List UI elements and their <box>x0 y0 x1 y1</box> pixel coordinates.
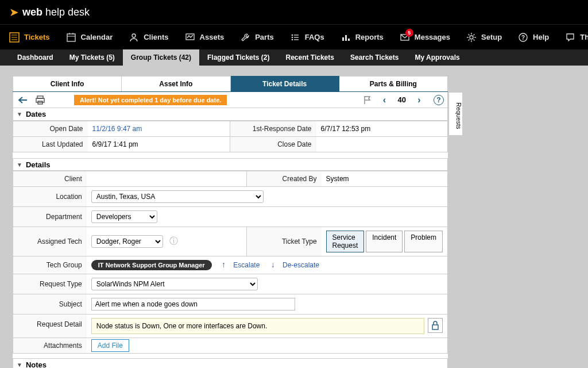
toolbar: Alert! Not yet completed 1 day before du… <box>13 92 448 108</box>
escalate-link[interactable]: Escalate <box>233 261 260 269</box>
nav-reports[interactable]: Reports <box>341 32 384 43</box>
section-notes-label: Notes <box>26 361 47 369</box>
location-cell: Austin, Texas, USA <box>87 187 448 207</box>
ticket-type-problem[interactable]: Problem <box>404 231 443 252</box>
prev-button[interactable]: ‹ <box>378 94 391 106</box>
client-value <box>87 171 247 187</box>
help-icon: ? <box>518 32 528 43</box>
subnav-group-tickets[interactable]: Group Tickets (42) <box>123 49 199 66</box>
subnav-recent[interactable]: Recent Tickets <box>277 49 342 66</box>
ticket-type-incident[interactable]: Incident <box>366 231 403 252</box>
subnav-approvals[interactable]: My Approvals <box>407 49 467 66</box>
twisty-icon: ▼ <box>17 362 22 368</box>
svg-text:?: ? <box>521 34 525 41</box>
print-button[interactable] <box>34 94 47 106</box>
detail-tabs: Client Info Asset Info Ticket Details Pa… <box>13 76 448 92</box>
svg-point-10 <box>291 34 293 36</box>
subnav-flagged[interactable]: Flagged Tickets (2) <box>199 49 277 66</box>
requests-side-tab[interactable]: Requests <box>449 92 463 136</box>
svg-rect-32 <box>36 98 44 102</box>
request-type-select[interactable]: SolarWinds NPM Alert <box>91 278 258 290</box>
ticket-type-service-request[interactable]: Service Request <box>326 231 365 252</box>
lock-button[interactable] <box>428 318 443 333</box>
nav-thwack[interactable]: Thwack <box>565 32 588 43</box>
brand-bar: ➤ web help desk <box>0 0 588 24</box>
section-dates-header[interactable]: ▼Dates <box>13 108 448 121</box>
arrow-down-icon: ↓ <box>271 260 275 269</box>
subject-cell <box>87 294 448 315</box>
open-date-label: Open Date <box>13 121 88 137</box>
nav-calendar[interactable]: Calendar <box>66 32 113 43</box>
logo-arrow-icon: ➤ <box>9 5 19 19</box>
twisty-icon: ▼ <box>17 111 22 117</box>
add-file-button[interactable]: Add File <box>91 339 129 352</box>
department-select[interactable]: Developers <box>91 210 157 223</box>
tab-ticket-details[interactable]: Ticket Details <box>231 76 339 91</box>
bars-icon <box>341 32 351 43</box>
arrow-up-icon: ↑ <box>222 260 226 269</box>
assigned-tech-select[interactable]: Dodger, Roger <box>91 235 163 248</box>
nav-help[interactable]: ? Help <box>518 32 549 43</box>
details-table: Client Created By System Location Austin… <box>13 171 448 354</box>
svg-point-11 <box>291 36 293 38</box>
nav-messages-label: Messages <box>415 33 450 41</box>
subnav-my-tickets[interactable]: My Tickets (5) <box>61 49 123 66</box>
nav-parts[interactable]: Parts <box>240 32 274 43</box>
tech-group-label: Tech Group <box>13 256 87 274</box>
section-details-header[interactable]: ▼Details <box>13 158 448 171</box>
ticket-panel: Client Info Asset Info Ticket Details Pa… <box>13 76 448 368</box>
location-select[interactable]: Austin, Texas, USA <box>91 190 264 203</box>
wrench-icon <box>240 32 250 43</box>
flag-button[interactable] <box>361 94 374 106</box>
back-button[interactable] <box>17 94 29 106</box>
nav-reports-label: Reports <box>355 33 384 41</box>
tab-asset-info[interactable]: Asset Info <box>122 76 230 91</box>
tech-group-cell: IT Network Support Group Manager ↑ Escal… <box>87 256 448 274</box>
nav-assets[interactable]: Assets <box>185 32 225 43</box>
next-button[interactable]: › <box>413 94 425 106</box>
department-cell: Developers <box>87 207 448 227</box>
client-label: Client <box>13 171 87 187</box>
info-icon[interactable]: ⓘ <box>169 236 178 246</box>
close-date-value <box>316 137 448 152</box>
nav-setup-label: Setup <box>481 33 502 41</box>
first-response-value: 6/7/17 12:53 pm <box>316 121 448 137</box>
request-detail-text[interactable]: Node status is Down, One or more interfa… <box>91 318 424 334</box>
nav-clients[interactable]: Clients <box>129 32 168 43</box>
location-label: Location <box>13 187 87 207</box>
nav-faqs-label: FAQs <box>305 33 324 41</box>
messages-badge: 5 <box>405 29 413 37</box>
subnav-search[interactable]: Search Tickets <box>342 49 407 66</box>
page-number: 40 <box>398 95 406 104</box>
gear-icon <box>466 32 477 43</box>
svg-line-26 <box>473 39 474 40</box>
subject-input[interactable] <box>91 298 295 310</box>
tab-parts-billing[interactable]: Parts & Billing <box>339 76 448 91</box>
svg-point-20 <box>470 36 473 39</box>
open-date-value[interactable]: 11/2/16 9:47 am <box>88 121 230 137</box>
twisty-icon: ▼ <box>17 162 22 168</box>
svg-rect-34 <box>432 325 438 329</box>
request-type-cell: SolarWinds NPM Alert <box>87 274 448 294</box>
help-button[interactable]: ? <box>434 95 444 105</box>
subject-label: Subject <box>13 294 87 315</box>
nav-tickets[interactable]: Tickets <box>9 32 50 43</box>
createdby-label: Created By <box>247 171 322 187</box>
subnav-dashboard[interactable]: Dashboard <box>9 49 61 66</box>
tab-client-info[interactable]: Client Info <box>13 76 122 91</box>
nav-faqs[interactable]: FAQs <box>290 32 324 43</box>
deescalate-link[interactable]: De-escalate <box>283 261 319 269</box>
section-notes-header[interactable]: ▼Notes <box>13 358 448 368</box>
monitor-icon <box>185 32 195 43</box>
nav-setup[interactable]: Setup <box>466 32 502 43</box>
logo: ➤ web help desk <box>9 5 90 19</box>
assigned-tech-label: Assigned Tech <box>13 227 87 256</box>
list-icon <box>9 32 20 43</box>
nav-assets-label: Assets <box>200 33 225 41</box>
nav-clients-label: Clients <box>144 33 168 41</box>
request-detail-label: Request Detail <box>13 315 87 338</box>
attachments-label: Attachments <box>13 338 87 354</box>
nav-messages[interactable]: 5 Messages <box>400 32 450 43</box>
person-icon <box>129 32 139 43</box>
main-nav: Tickets Calendar Clients Assets Parts FA… <box>0 24 588 49</box>
